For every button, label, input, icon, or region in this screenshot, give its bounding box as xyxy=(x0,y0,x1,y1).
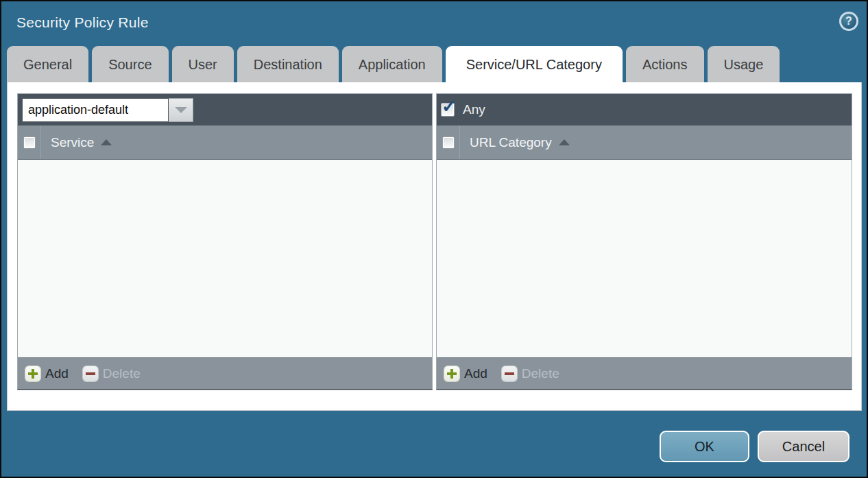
service-table-header: Service xyxy=(18,126,432,160)
tab-bar: General Source User Destination Applicat… xyxy=(7,46,783,82)
check-icon: ✓ xyxy=(442,97,457,115)
tab-actions[interactable]: Actions xyxy=(626,46,704,82)
any-checkbox-label[interactable]: Any xyxy=(463,102,485,117)
add-service-button[interactable]: Add xyxy=(25,366,69,381)
question-mark-glyph: ? xyxy=(845,15,852,27)
delete-url-category-label: Delete xyxy=(522,366,559,381)
delete-icon xyxy=(502,366,517,381)
service-panel: Service Add Delete xyxy=(17,93,433,390)
service-panel-header xyxy=(18,94,432,126)
service-column-header[interactable]: Service xyxy=(41,126,112,159)
url-category-select-all-cell xyxy=(437,126,460,159)
delete-icon xyxy=(83,366,98,381)
add-url-category-label: Add xyxy=(464,366,487,381)
add-url-category-button[interactable]: Add xyxy=(444,366,487,381)
service-select-all-cell xyxy=(18,126,41,159)
service-type-dropdown-button[interactable] xyxy=(169,98,193,122)
delete-service-button[interactable]: Delete xyxy=(83,366,141,381)
cancel-button[interactable]: Cancel xyxy=(758,431,849,462)
select-all-services-checkbox[interactable] xyxy=(23,136,36,149)
tab-destination[interactable]: Destination xyxy=(237,46,339,82)
security-policy-rule-dialog: Security Policy Rule ? General Source Us… xyxy=(0,0,868,478)
dialog-title: Security Policy Rule xyxy=(16,14,149,31)
tab-general[interactable]: General xyxy=(7,46,88,82)
url-category-column-header[interactable]: URL Category xyxy=(460,126,570,159)
service-type-dropdown[interactable] xyxy=(22,98,193,122)
sort-ascending-icon xyxy=(101,139,112,145)
delete-url-category-button[interactable]: Delete xyxy=(502,366,559,381)
any-checkbox[interactable]: ✓ xyxy=(441,103,455,117)
help-icon[interactable]: ? xyxy=(839,12,858,31)
tab-service-url-category[interactable]: Service/URL Category xyxy=(446,46,623,82)
dialog-body: Service Add Delete xyxy=(7,82,862,411)
service-type-input[interactable] xyxy=(22,98,169,122)
chevron-down-icon xyxy=(175,107,187,113)
sort-ascending-icon xyxy=(559,139,570,145)
add-icon xyxy=(444,366,459,381)
tab-user[interactable]: User xyxy=(172,46,234,82)
add-icon xyxy=(25,366,40,381)
add-service-label: Add xyxy=(45,366,69,381)
url-category-column-label: URL Category xyxy=(470,135,552,150)
service-column-label: Service xyxy=(51,135,94,150)
url-category-panel: ✓ Any URL Category Add xyxy=(436,93,852,390)
ok-button[interactable]: OK xyxy=(660,431,749,462)
tab-application[interactable]: Application xyxy=(342,46,442,82)
delete-service-label: Delete xyxy=(103,366,141,381)
url-category-panel-header: ✓ Any xyxy=(437,94,852,126)
select-all-url-categories-checkbox[interactable] xyxy=(442,136,455,149)
service-table-body[interactable] xyxy=(18,160,432,357)
url-category-panel-footer: Add Delete xyxy=(437,357,852,389)
service-panel-footer: Add Delete xyxy=(18,357,432,389)
url-category-table-body[interactable] xyxy=(437,160,852,357)
tab-usage[interactable]: Usage xyxy=(708,46,780,82)
tab-source[interactable]: Source xyxy=(92,46,168,82)
url-category-table-header: URL Category xyxy=(437,126,852,160)
